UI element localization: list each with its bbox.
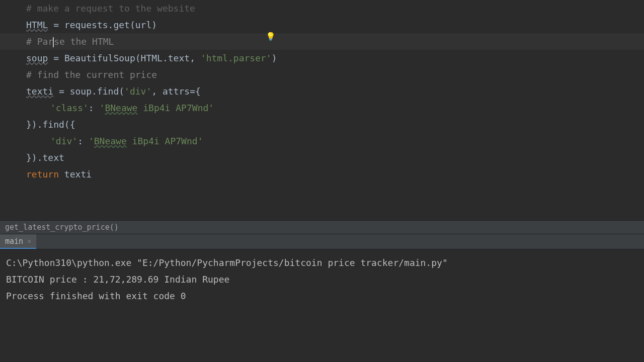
close-icon[interactable]: ✕: [27, 237, 31, 245]
code-line: price = get_latest_crypto_price('bitcoin…: [0, 216, 644, 220]
code-line: soup = BeautifulSoup(HTML.text, 'html.pa…: [0, 50, 644, 66]
code-line: }).text: [0, 149, 644, 166]
intention-bulb-icon[interactable]: 💡: [266, 28, 276, 45]
breadcrumb[interactable]: get_latest_crypto_price(): [0, 220, 644, 234]
code-line-blank: [0, 183, 644, 199]
console-line: C:\Python310\python.exe "E:/Python/Pycha…: [6, 254, 638, 271]
code-line: texti = soup.find('div', attrs={: [0, 83, 644, 100]
code-line: # find the current price: [0, 66, 644, 83]
code-line: # make a request to the website: [0, 0, 644, 17]
code-line: 'div': 'BNeawe iBp4i AP7Wnd': [0, 133, 644, 149]
code-line: HTML = requests.get(url): [0, 17, 644, 33]
breadcrumb-function[interactable]: get_latest_crypto_price(): [5, 223, 119, 232]
code-line-blank: [0, 199, 644, 216]
console-line: BITCOIN price : 21,72,289.69 Indian Rupe…: [6, 271, 638, 288]
code-line: }).find({: [0, 116, 644, 133]
run-tab-bar: main ✕: [0, 234, 644, 249]
code-line: 'class': 'BNeawe iBp4i AP7Wnd': [0, 100, 644, 116]
code-editor[interactable]: 💡 # make a request to the website HTML =…: [0, 0, 644, 220]
run-tab-main[interactable]: main ✕: [0, 234, 36, 249]
tab-label: main: [5, 237, 23, 246]
code-line: return texti: [0, 166, 644, 183]
run-console[interactable]: C:\Python310\python.exe "E:/Python/Pycha…: [0, 249, 644, 355]
console-line: Process finished with exit code 0: [6, 288, 638, 304]
code-line-active: # Parse the HTML: [0, 33, 644, 50]
